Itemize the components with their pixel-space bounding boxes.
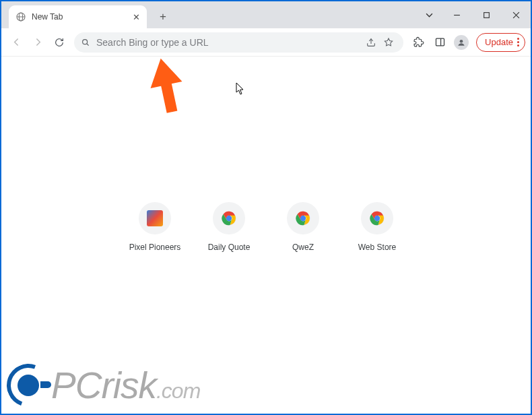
sidepanel-button[interactable] [430,33,449,52]
address-input[interactable] [96,37,360,48]
svg-rect-10 [436,38,444,46]
forward-button[interactable] [28,33,47,52]
shortcut-label: Pixel Pioneers [129,243,181,252]
watermark-logo-icon [7,364,50,407]
chevron-down-icon[interactable] [416,1,442,28]
shortcut-label: Web Store [358,243,396,252]
reload-button[interactable] [50,33,69,52]
browser-tab[interactable]: New Tab ✕ [9,5,147,28]
svg-line-8 [87,43,89,45]
shortcut-label: QweZ [292,243,314,252]
svg-point-7 [83,39,88,44]
back-button[interactable] [7,33,26,52]
chrome-icon [295,210,311,226]
svg-point-12 [460,39,463,42]
profile-button[interactable] [454,35,469,50]
shortcut-label: Daily Quote [208,243,251,252]
titlebar: New Tab ✕ + [1,1,531,28]
update-label: Update [485,37,513,47]
minimize-button[interactable] [442,1,471,28]
toolbar: Update [1,28,531,57]
close-button[interactable] [501,1,531,28]
maximize-button[interactable] [471,1,501,28]
chrome-icon [369,210,385,226]
update-button[interactable]: Update [476,33,525,52]
shortcut-icon [287,202,319,234]
watermark-text: PCrisk.com [51,367,200,404]
svg-rect-4 [484,12,489,18]
shortcut-icon [361,202,393,234]
shortcut-icon [139,202,171,234]
search-icon [81,38,90,47]
close-icon[interactable]: ✕ [133,12,140,22]
pixel-icon [147,210,163,226]
chrome-icon [221,210,237,226]
page-content: Pixel Pioneers Daily Quote QweZ Web Stor… [1,57,531,414]
share-icon[interactable] [366,37,376,48]
shortcut-web-store[interactable]: Web Store [350,202,404,252]
cursor-icon [236,82,245,96]
new-tab-button[interactable]: + [154,7,172,26]
shortcut-qwez[interactable]: QweZ [276,202,330,252]
tab-title: New Tab [32,12,127,22]
shortcut-pixel-pioneers[interactable]: Pixel Pioneers [128,202,182,252]
shortcuts-grid: Pixel Pioneers Daily Quote QweZ Web Stor… [1,202,531,252]
address-bar[interactable] [74,32,403,53]
pointer-arrow-annotation [145,57,185,114]
bookmark-icon[interactable] [383,37,394,48]
watermark: PCrisk.com [7,364,200,407]
globe-icon [15,11,26,22]
kebab-icon [517,38,519,46]
shortcut-daily-quote[interactable]: Daily Quote [202,202,256,252]
extensions-button[interactable] [409,33,428,52]
shortcut-icon [213,202,245,234]
